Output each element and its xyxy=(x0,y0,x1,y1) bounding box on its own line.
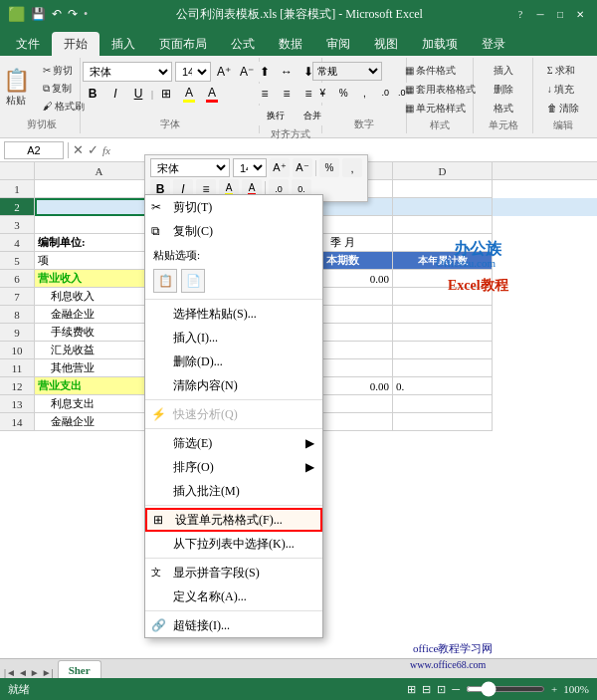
bold-button[interactable]: B xyxy=(83,84,102,104)
tab-page-layout[interactable]: 页面布局 xyxy=(147,32,219,56)
font-family-select[interactable]: 宋体 xyxy=(83,62,172,82)
fill-color-button[interactable]: A xyxy=(179,84,199,104)
help-button[interactable]: ? xyxy=(511,5,529,23)
paste-icon-1[interactable]: 📋 xyxy=(153,269,177,293)
redo-icon[interactable]: ↷ xyxy=(68,7,78,22)
cm-format-cells[interactable]: ⊞ 设置单元格格式(F)... xyxy=(145,508,322,532)
tab-view[interactable]: 视图 xyxy=(362,32,410,56)
tab-login[interactable]: 登录 xyxy=(470,32,517,56)
cm-hyperlink[interactable]: 🔗 超链接(I)... xyxy=(145,613,322,637)
align-top-button[interactable]: ⬆ xyxy=(255,62,275,82)
row-num-11[interactable]: 11 xyxy=(0,359,35,377)
cell-d14[interactable] xyxy=(393,413,493,431)
number-format-select[interactable]: 常规 xyxy=(312,62,382,81)
cm-copy[interactable]: ⧉ 复制(C) xyxy=(145,219,322,243)
cm-clear-contents[interactable]: 清除内容(N) xyxy=(145,373,322,397)
quick-save-icon[interactable]: 💾 xyxy=(31,7,46,22)
increase-font-button[interactable]: A⁺ xyxy=(214,62,234,82)
font-size-select[interactable]: 14 xyxy=(175,62,211,82)
cell-d8[interactable] xyxy=(393,306,493,324)
clear-button[interactable]: 🗑 清除 xyxy=(544,100,583,117)
name-box[interactable] xyxy=(4,141,64,159)
border-button[interactable]: ⊞ xyxy=(156,84,176,104)
conditional-format-button[interactable]: ▦条件格式 xyxy=(402,62,479,79)
underline-button[interactable]: U xyxy=(128,84,148,104)
zoom-plus-btn[interactable]: + xyxy=(551,683,557,695)
cm-sort[interactable]: 排序(O) ▶ xyxy=(145,455,322,479)
confirm-formula-icon[interactable]: ✓ xyxy=(88,142,99,158)
tab-file[interactable]: 文件 xyxy=(4,32,52,56)
cell-d5[interactable]: 本年累计数 xyxy=(393,252,493,270)
cell-d3[interactable] xyxy=(393,216,493,234)
col-header-d[interactable]: D xyxy=(393,162,493,179)
cell-d4[interactable] xyxy=(393,234,493,252)
cm-paste-special[interactable]: 选择性粘贴(S)... xyxy=(145,302,322,326)
cell-d13[interactable] xyxy=(393,395,493,413)
undo-icon[interactable]: ↶ xyxy=(52,7,62,22)
zoom-minus-btn[interactable]: ─ xyxy=(452,683,460,695)
sum-button[interactable]: Σ 求和 xyxy=(544,62,583,79)
prev-sheet-btn[interactable]: ◄ xyxy=(18,667,28,678)
decrease-font-button[interactable]: A⁻ xyxy=(237,62,257,82)
paste-icon-2[interactable]: 📄 xyxy=(181,269,205,293)
close-button[interactable]: ✕ xyxy=(571,5,589,23)
row-num-9[interactable]: 9 xyxy=(0,324,35,342)
row-num-4[interactable]: 4 xyxy=(0,234,35,252)
font-color-button[interactable]: A xyxy=(202,84,222,104)
cell-d11[interactable] xyxy=(393,359,493,377)
cm-cut[interactable]: ✂ 剪切(T) xyxy=(145,195,322,219)
float-size-select[interactable]: 14 xyxy=(233,158,267,177)
comma-button[interactable]: , xyxy=(354,83,374,103)
cm-pick-list[interactable]: 从下拉列表中选择(K)... xyxy=(145,532,322,556)
row-num-1[interactable]: 1 xyxy=(0,180,35,198)
wrap-text-button[interactable]: 换行 xyxy=(255,106,297,125)
paste-button[interactable]: 📋 粘贴 xyxy=(0,62,36,116)
page-break-icon[interactable]: ⊡ xyxy=(437,683,446,696)
maximize-button[interactable]: □ xyxy=(551,5,569,23)
cell-d12[interactable]: 0. xyxy=(393,377,493,395)
cm-quick-analysis[interactable]: ⚡ 快速分析(Q) xyxy=(145,402,322,426)
row-num-8[interactable]: 8 xyxy=(0,306,35,324)
percent-button[interactable]: % xyxy=(333,83,353,103)
sheet-tab-1[interactable]: Sher xyxy=(58,660,101,678)
tab-home[interactable]: 开始 xyxy=(52,32,100,56)
cm-insert[interactable]: 插入(I)... xyxy=(145,326,322,350)
row-num-5[interactable]: 5 xyxy=(0,252,35,270)
cell-d2[interactable] xyxy=(393,198,493,216)
cell-style-button[interactable]: ▦单元格样式 xyxy=(402,100,479,117)
cm-delete[interactable]: 删除(D)... xyxy=(145,350,322,373)
fill-button[interactable]: ↓ 填充 xyxy=(544,81,583,98)
align-left-button[interactable]: ≡ xyxy=(255,84,275,104)
format-cells-button[interactable]: 格式 xyxy=(491,100,516,117)
cm-show-phonetic[interactable]: 文 显示拼音字段(S) xyxy=(145,561,322,584)
first-sheet-btn[interactable]: |◄ xyxy=(4,667,16,678)
cm-filter[interactable]: 筛选(E) ▶ xyxy=(145,431,322,455)
table-format-button[interactable]: ▦套用表格格式 xyxy=(402,81,479,98)
normal-view-icon[interactable]: ⊞ xyxy=(407,683,416,696)
tab-addins[interactable]: 加载项 xyxy=(410,32,470,56)
cell-d7[interactable] xyxy=(393,288,493,306)
tab-review[interactable]: 审阅 xyxy=(314,32,362,56)
align-center-button[interactable]: ≡ xyxy=(277,84,297,104)
float-grow-font-button[interactable]: A⁺ xyxy=(270,158,290,177)
increase-decimal-button[interactable]: .0 xyxy=(375,83,395,103)
row-num-10[interactable]: 10 xyxy=(0,342,35,359)
italic-button[interactable]: I xyxy=(105,84,125,104)
row-num-12[interactable]: 12 xyxy=(0,377,35,395)
minimize-button[interactable]: ─ xyxy=(531,5,549,23)
delete-cells-button[interactable]: 删除 xyxy=(491,81,516,98)
tab-insert[interactable]: 插入 xyxy=(100,32,147,56)
align-middle-button[interactable]: ↔ xyxy=(277,62,297,82)
row-num-3[interactable]: 3 xyxy=(0,216,35,234)
function-icon[interactable]: fx xyxy=(102,144,110,156)
row-num-6[interactable]: 6 xyxy=(0,270,35,288)
row-num-7[interactable]: 7 xyxy=(0,288,35,306)
tab-data[interactable]: 数据 xyxy=(267,32,314,56)
row-num-14[interactable]: 14 xyxy=(0,413,35,431)
zoom-slider[interactable] xyxy=(466,686,545,692)
last-sheet-btn[interactable]: ►| xyxy=(42,667,54,678)
cm-insert-comment[interactable]: 插入批注(M) xyxy=(145,479,322,503)
cell-d6[interactable] xyxy=(393,270,493,288)
float-shrink-font-button[interactable]: A⁻ xyxy=(293,158,312,177)
cm-define-name[interactable]: 定义名称(A)... xyxy=(145,584,322,608)
